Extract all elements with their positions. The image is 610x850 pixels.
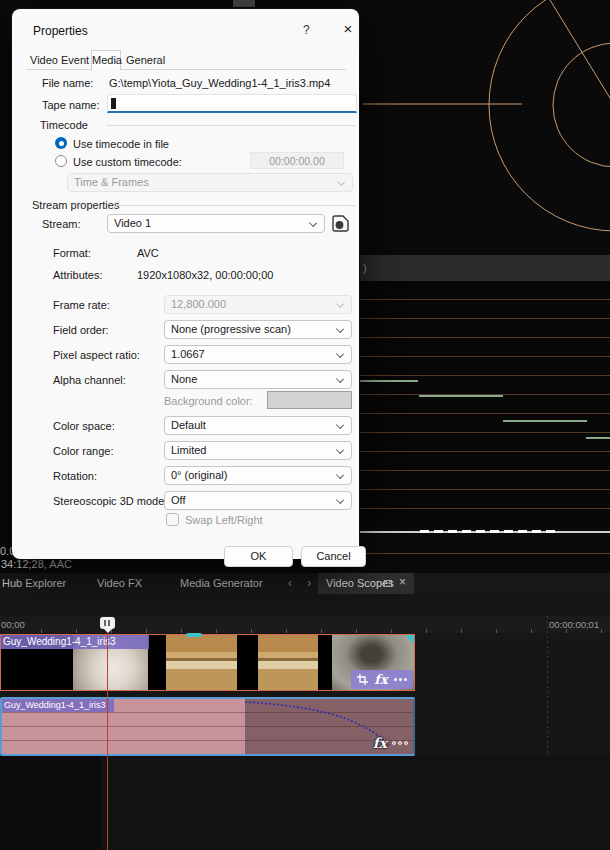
chevron-down-icon — [336, 375, 344, 383]
alpha-channel-value: None — [171, 373, 197, 385]
more-icon[interactable] — [392, 741, 408, 745]
save-stream-icon[interactable] — [330, 213, 351, 234]
stream-label: Stream: — [42, 218, 81, 230]
frame-rate-select[interactable]: 12,800.000 — [164, 295, 352, 314]
color-space-select[interactable]: Default — [164, 416, 352, 435]
event-fx-icon[interactable]: fx — [373, 736, 387, 750]
file-name-value: G:\temp\Yiota_Guy_Wedding1-4_1_iris3.mp4 — [109, 77, 330, 89]
chevron-down-icon — [336, 350, 344, 358]
swap-left-right-label: Swap Left/Right — [185, 514, 263, 526]
scope-trace-segment — [360, 380, 418, 382]
help-icon[interactable]: ? — [303, 23, 310, 37]
chevron-down-icon — [336, 496, 344, 504]
media-info-fragment-2: 34:12;28, AAC — [1, 558, 72, 570]
swap-left-right-checkbox[interactable] — [166, 513, 179, 526]
close-icon[interactable]: × — [339, 20, 357, 37]
playhead-line — [107, 633, 108, 850]
tab-media-generator[interactable]: Media Generator — [180, 577, 263, 589]
window-chrome-fragment — [233, 0, 255, 7]
clip-marker-cyan[interactable] — [186, 633, 202, 637]
toolbar-text-fragment: ) — [363, 262, 367, 274]
rotation-value: 0° (original) — [171, 469, 227, 481]
chevron-down-icon — [336, 471, 344, 479]
pan-crop-icon[interactable] — [357, 674, 368, 685]
stream-properties-group-label: Stream properties — [32, 199, 119, 211]
timeline-ruler[interactable]: 00;00 00:00:00;01 — [0, 616, 610, 633]
chevron-down-icon — [309, 219, 317, 227]
scope-baseline-highlight — [420, 530, 560, 533]
properties-dialog: Properties ? × Video Event Media General… — [12, 9, 359, 559]
use-timecode-in-file-radio[interactable] — [55, 137, 67, 149]
chevron-down-icon — [336, 421, 344, 429]
use-timecode-in-file-label: Use timecode in file — [73, 138, 169, 150]
playhead-marker[interactable] — [100, 617, 115, 629]
stream-value: Video 1 — [114, 217, 151, 229]
alpha-channel-label: Alpha channel: — [53, 374, 126, 386]
clip-corner-flag — [405, 635, 414, 644]
pixel-aspect-ratio-label: Pixel aspect ratio: — [53, 349, 140, 361]
field-order-select[interactable]: None (progressive scan) — [164, 320, 352, 339]
group-rule — [116, 205, 356, 206]
tape-name-label: Tape name: — [42, 99, 99, 111]
tab-scroll-arrows[interactable]: ‹ › — [288, 576, 317, 590]
close-icon[interactable]: × — [399, 575, 406, 589]
more-icon[interactable] — [394, 678, 407, 681]
float-window-icon[interactable] — [384, 580, 392, 587]
window-dock-tabbar: Hub Explorer Video FX Media Generator ‹ … — [0, 573, 610, 594]
text-caret — [111, 98, 116, 109]
use-custom-timecode-label: Use custom timecode: — [73, 156, 182, 168]
ruler-label-right: 00:00:00;01 — [549, 619, 599, 630]
color-range-value: Limited — [171, 444, 206, 456]
use-custom-timecode-radio[interactable] — [55, 155, 67, 167]
timecode-group-label: Timecode — [40, 119, 88, 131]
rotation-label: Rotation: — [53, 470, 97, 482]
tab-hub-explorer[interactable]: Hub Explorer — [2, 577, 66, 589]
chevron-down-icon — [337, 178, 345, 186]
custom-timecode-field[interactable]: 00:00:00.00 — [250, 152, 344, 169]
stereoscopic-3d-mode-select[interactable]: Off — [164, 491, 352, 510]
scope-trace-segment — [586, 437, 610, 439]
tab-media[interactable]: Media — [91, 50, 121, 70]
tab-underline — [26, 69, 346, 70]
tab-video-scopes[interactable]: Video Scopes × — [318, 573, 414, 594]
background-color-swatch[interactable] — [267, 391, 352, 409]
color-space-value: Default — [171, 419, 206, 431]
stereoscopic-3d-mode-label: Stereoscopic 3D mode: — [53, 495, 167, 507]
timeline-empty-dark — [0, 756, 101, 850]
tab-general[interactable]: General — [126, 54, 165, 66]
tab-video-fx[interactable]: Video FX — [97, 577, 142, 589]
pixel-aspect-ratio-select[interactable]: 1.0667 — [164, 345, 352, 364]
chevron-down-icon — [336, 446, 344, 454]
stream-select[interactable]: Video 1 — [107, 214, 325, 233]
dialog-title: Properties — [33, 24, 88, 38]
field-order-value: None (progressive scan) — [171, 323, 291, 335]
tape-name-input[interactable] — [107, 94, 357, 113]
attributes-label: Attributes: — [53, 269, 103, 281]
video-clip-badges: fx — [351, 670, 413, 689]
alpha-channel-select[interactable]: None — [164, 370, 352, 389]
rotation-select[interactable]: 0° (original) — [164, 466, 352, 485]
waveform-scope — [360, 281, 610, 527]
cancel-button[interactable]: Cancel — [301, 546, 366, 567]
format-label: Format: — [53, 247, 91, 259]
background-color-label: Background color: — [164, 395, 253, 407]
color-range-label: Color range: — [53, 445, 114, 457]
timecode-format-value: Time & Frames — [74, 176, 149, 188]
event-fx-icon[interactable]: fx — [374, 673, 387, 686]
video-clip-label: Guy_Wedding1-4_1_iris3 — [1, 635, 149, 649]
pixel-aspect-ratio-value: 1.0667 — [171, 348, 205, 360]
preview-toolbar-strip: ) — [360, 255, 610, 281]
timecode-format-select[interactable]: Time & Frames — [67, 173, 353, 192]
audio-clip[interactable]: Guy_Wedding1-4_1_iris3 fx — [0, 697, 415, 756]
video-clip[interactable]: Guy_Wedding1-4_1_iris3 fx — [0, 634, 415, 691]
timeline-empty-area — [0, 756, 610, 850]
chevron-down-icon — [336, 325, 344, 333]
video-thumbnail — [237, 635, 258, 690]
chevron-down-icon — [336, 300, 344, 308]
tab-video-event[interactable]: Video Event — [30, 54, 89, 66]
color-range-select[interactable]: Limited — [164, 441, 352, 460]
format-value: AVC — [137, 247, 159, 259]
file-name-label: File name: — [42, 77, 93, 89]
ok-button[interactable]: OK — [224, 546, 293, 567]
video-thumbnail-card — [258, 635, 318, 690]
